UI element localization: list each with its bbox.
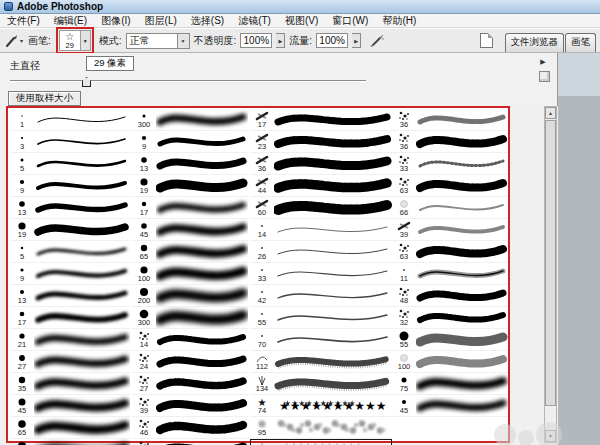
menu-item[interactable]: 文件(F)	[0, 14, 47, 28]
brush-preset-1[interactable]: 1	[10, 109, 130, 131]
menu-item[interactable]: 视图(V)	[278, 14, 325, 28]
scroll-up-icon[interactable]: ▲	[545, 107, 556, 119]
brush-stroke-preview	[416, 329, 508, 350]
use-sample-size-button[interactable]: 使用取样大小	[8, 91, 81, 106]
palette-tab-file-browser[interactable]: 文件浏览器	[505, 33, 565, 52]
brush-preset-3[interactable]: 3	[10, 131, 130, 153]
master-diameter-value[interactable]: 29 像素	[86, 56, 134, 71]
brush-stroke-preview	[34, 109, 130, 130]
brush-preset-39[interactable]: 39	[392, 219, 508, 241]
brush-preset-26[interactable]: 26	[250, 241, 392, 263]
brush-preset-74[interactable]: ★74★★★★★★★★★★★★★★★★★★★★	[250, 395, 392, 417]
brush-stroke-preview	[416, 263, 508, 284]
brush-preset-36[interactable]: 36	[392, 131, 508, 153]
brush-preset-65[interactable]: 65	[10, 417, 130, 439]
brush-preset-100[interactable]: 100	[10, 439, 130, 445]
master-diameter-slider[interactable]	[10, 77, 366, 87]
menu-item[interactable]: 帮助(H)	[375, 14, 423, 28]
brush-preset-42[interactable]: 42	[250, 285, 392, 307]
flyout-menu-button[interactable]: ▶	[537, 58, 549, 66]
brush-preset-11[interactable]: 11	[392, 263, 508, 285]
menu-item[interactable]: 窗口(W)	[325, 14, 375, 28]
brush-preset-17[interactable]: 17	[250, 109, 392, 131]
brush-preset-23[interactable]: 23	[250, 131, 392, 153]
brush-preset-45[interactable]: 45	[132, 219, 248, 241]
brush-preset-9[interactable]: 9	[10, 263, 130, 285]
file-browser-toggle-icon[interactable]	[480, 33, 493, 48]
brush-preset-33[interactable]: 33	[392, 153, 508, 175]
brush-preset-59[interactable]: 59	[132, 439, 248, 445]
brush-preset-63[interactable]: 63	[392, 175, 508, 197]
brush-preset-dropdown-arrow[interactable]: ▼	[81, 30, 91, 51]
opacity-slider-button[interactable]: ▶	[276, 33, 285, 48]
brush-preset-13[interactable]: 13	[10, 197, 130, 219]
brush-preset-19[interactable]: 19	[10, 219, 130, 241]
slider-track[interactable]	[10, 80, 366, 82]
brush-preset-112[interactable]: 112	[250, 351, 392, 373]
brush-preset-48[interactable]: 48	[392, 285, 508, 307]
brush-preset-75[interactable]: 75	[392, 373, 508, 395]
brush-preset-14[interactable]: 14	[132, 329, 248, 351]
brush-size-label: 65	[140, 253, 148, 261]
scroll-down-icon[interactable]: ▼	[545, 430, 556, 442]
airbrush-icon[interactable]	[369, 34, 385, 48]
slider-handle[interactable]	[82, 77, 91, 87]
brush-preset-13[interactable]: 13	[132, 153, 248, 175]
brush-preset-14[interactable]: 14	[250, 219, 392, 241]
brush-preset-300[interactable]: 300	[132, 109, 248, 131]
brush-preset-27[interactable]: 27	[132, 373, 248, 395]
vertical-scrollbar[interactable]: ▲ ▼	[544, 106, 557, 443]
brush-preset-picker[interactable]: ☆ 29 ▼	[59, 30, 91, 51]
brush-preset-66[interactable]: 66	[392, 197, 508, 219]
brush-preset-32[interactable]: 32	[392, 307, 508, 329]
new-brush-button[interactable]	[539, 71, 550, 82]
brush-preset-24[interactable]: 24	[132, 351, 248, 373]
brush-size-label: 112	[256, 363, 268, 371]
brush-preset-46[interactable]: 46	[132, 417, 248, 439]
flow-slider-button[interactable]: ▶	[352, 33, 361, 48]
brush-preset-9[interactable]: 9	[10, 175, 130, 197]
menu-item[interactable]: 图像(I)	[94, 14, 137, 28]
mode-dropdown[interactable]: 正常 ▼	[126, 33, 190, 49]
brush-preset-44[interactable]: 44	[250, 175, 392, 197]
brush-preset-19[interactable]: 19	[132, 175, 248, 197]
brush-preset-55[interactable]: 55	[392, 329, 508, 351]
brush-preset-134[interactable]: 134	[250, 373, 392, 395]
brush-preset-17[interactable]: 17	[10, 307, 130, 329]
brush-preset-100[interactable]: 100	[392, 351, 508, 373]
brush-preset-36[interactable]: 36	[250, 153, 392, 175]
brush-preset-33[interactable]: 33	[250, 263, 392, 285]
brush-tool-button[interactable]: ▾	[4, 32, 24, 50]
brush-preset-55[interactable]: 55	[250, 307, 392, 329]
brush-preset-300[interactable]: 300	[132, 307, 248, 329]
brush-preset-95[interactable]: 95	[250, 417, 392, 439]
brush-preset-65[interactable]: 65	[132, 241, 248, 263]
scrollbar-thumb[interactable]	[545, 120, 556, 406]
brush-preset-35[interactable]: 35	[10, 373, 130, 395]
brush-preset-70[interactable]: 70	[250, 329, 392, 351]
opacity-input[interactable]: 100%	[240, 33, 272, 48]
brush-preset-17[interactable]: 17	[132, 197, 248, 219]
brush-preset-200[interactable]: 200	[132, 285, 248, 307]
menu-item[interactable]: 选择(S)	[184, 14, 231, 28]
menu-item[interactable]: 图层(L)	[138, 14, 184, 28]
brush-preset-29[interactable]: ☆29☆☆☆☆☆☆☆☆☆☆☆☆☆☆☆☆☆☆☆☆☆☆	[250, 439, 392, 445]
brush-tip-icon: 63	[392, 242, 416, 261]
palette-tab-brushes[interactable]: 画笔	[565, 33, 596, 52]
brush-preset-13[interactable]: 13	[10, 285, 130, 307]
brush-preset-5[interactable]: 5	[10, 153, 130, 175]
brush-preset-36[interactable]: 36	[392, 109, 508, 131]
brush-preset-21[interactable]: 21	[10, 329, 130, 351]
flow-input[interactable]: 100%	[316, 33, 348, 48]
brush-preset-39[interactable]: 39	[132, 395, 248, 417]
brush-preset-45[interactable]: 45	[10, 395, 130, 417]
brush-preset-45[interactable]: 45	[392, 395, 508, 417]
menu-item[interactable]: 滤镜(T)	[231, 14, 278, 28]
brush-preset-5[interactable]: 5	[10, 241, 130, 263]
brush-preset-27[interactable]: 27	[10, 351, 130, 373]
menu-item[interactable]: 编辑(E)	[47, 14, 94, 28]
brush-preset-63[interactable]: 63	[392, 241, 508, 263]
brush-preset-60[interactable]: 60	[250, 197, 392, 219]
brush-preset-100[interactable]: 100	[132, 263, 248, 285]
brush-preset-9[interactable]: 9	[132, 131, 248, 153]
